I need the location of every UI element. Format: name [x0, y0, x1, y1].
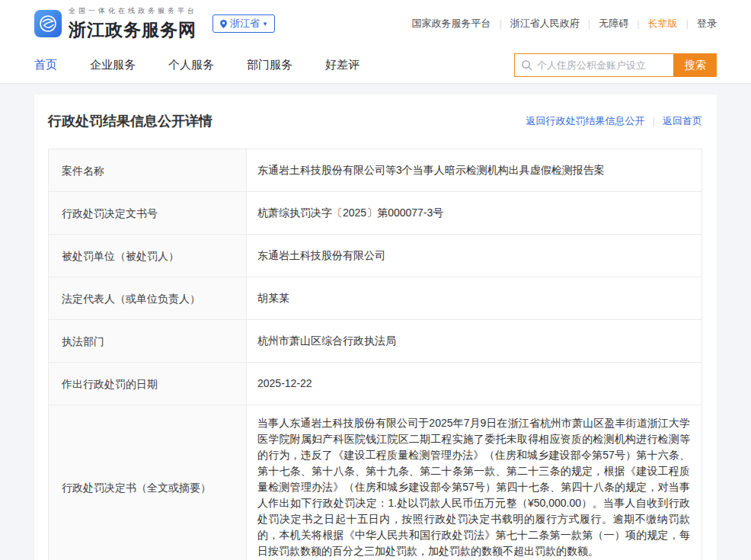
top-link-national-platform[interactable]: 国家政务服务平台	[411, 17, 491, 30]
table-row: 执法部门 杭州市萧山区综合行政执法局	[49, 320, 701, 363]
region-selector-button[interactable]: 浙江省 ▼	[213, 14, 275, 33]
field-value: 杭州市萧山区综合行政执法局	[247, 320, 701, 362]
field-value-text: 东通岩土科技股份有限公司等3个当事人暗示检测机构出具虚假检测报告案	[257, 162, 605, 178]
site-name: 浙江政务服务网	[69, 18, 197, 42]
search-input[interactable]	[537, 59, 667, 71]
caret-down-icon: ▼	[262, 21, 268, 27]
field-value-text: 杭萧综执罚决字〔2025〕第000077-3号	[257, 205, 443, 221]
page-title: 行政处罚结果信息公开详情	[48, 112, 213, 130]
nav-item-personal-services[interactable]: 个人服务	[168, 58, 214, 72]
field-value-text: 2025-12-22	[257, 376, 312, 392]
detail-table: 案件名称 东通岩土科技股份有限公司等3个当事人暗示检测机构出具虚假检测报告案 行…	[48, 149, 702, 560]
main-navbar: 首页 企业服务 个人服务 部门服务 好差评 搜索	[0, 47, 751, 84]
search-button[interactable]: 搜索	[674, 53, 717, 77]
nav-item-enterprise-services[interactable]: 企业服务	[90, 58, 136, 72]
nav-item-rating[interactable]: 好差评	[325, 58, 360, 72]
top-link-provincial-gov[interactable]: 浙江省人民政府	[491, 17, 579, 30]
platform-tagline: 全国一体化在线政务服务平台	[69, 6, 197, 16]
nav-item-home[interactable]: 首页	[34, 58, 57, 72]
field-value: 杭萧综执罚决字〔2025〕第000077-3号	[247, 192, 701, 234]
field-value: 2025-12-22	[247, 363, 701, 405]
field-label: 执法部门	[49, 320, 247, 362]
search-area: 搜索	[514, 53, 717, 77]
field-label: 法定代表人（或单位负责人）	[49, 277, 247, 319]
search-box	[514, 53, 674, 77]
field-value-text: 当事人东通岩土科技股份有限公司于2025年7月9日在浙江省杭州市萧山区盈丰街道浙…	[257, 415, 690, 559]
table-row: 被处罚单位（被处罚人） 东通岩土科技股份有限公司	[49, 235, 701, 277]
table-row: 法定代表人（或单位负责人） 胡某某	[49, 277, 701, 320]
site-logo-icon[interactable]	[34, 10, 62, 37]
table-row: 作出行政处罚的日期 2025-12-22	[49, 363, 701, 405]
table-row: 行政处罚决定书（全文或摘要） 当事人东通岩土科技股份有限公司于2025年7月9日…	[49, 405, 701, 560]
field-value-text: 东通岩土科技股份有限公司	[257, 248, 385, 264]
field-value: 当事人东通岩土科技股份有限公司于2025年7月9日在浙江省杭州市萧山区盈丰街道浙…	[247, 405, 701, 560]
nav-list: 首页 企业服务 个人服务 部门服务 好差评	[34, 58, 360, 72]
top-link-login[interactable]: 登录	[678, 17, 717, 30]
top-links: 国家政务服务平台 浙江省人民政府 无障碍 长辈版 登录	[411, 17, 717, 30]
brand-text: 全国一体化在线政务服务平台 浙江政务服务网	[69, 6, 197, 42]
search-icon	[521, 59, 532, 71]
nav-item-department-services[interactable]: 部门服务	[247, 58, 292, 72]
region-label: 浙江省	[230, 17, 260, 30]
card-header: 行政处罚结果信息公开详情 返回行政处罚结果信息公开 返回首页	[48, 112, 702, 130]
field-label: 行政处罚决定书（全文或摘要）	[49, 405, 247, 560]
top-link-elder-version[interactable]: 长辈版	[628, 17, 677, 30]
table-row: 案件名称 东通岩土科技股份有限公司等3个当事人暗示检测机构出具虚假检测报告案	[49, 149, 701, 192]
field-label: 行政处罚决定文书号	[49, 192, 247, 234]
field-value: 胡某某	[247, 277, 701, 319]
site-brand: 全国一体化在线政务服务平台 浙江政务服务网 浙江省 ▼	[34, 6, 275, 42]
field-value-text: 杭州市萧山区综合行政执法局	[257, 333, 396, 349]
field-value: 东通岩土科技股份有限公司等3个当事人暗示检测机构出具虚假检测报告案	[247, 149, 701, 191]
main-area: 行政处罚结果信息公开详情 返回行政处罚结果信息公开 返回首页 案件名称 东通岩土…	[0, 84, 751, 560]
back-links: 返回行政处罚结果信息公开 返回首页	[526, 114, 702, 128]
detail-card: 行政处罚结果信息公开详情 返回行政处罚结果信息公开 返回首页 案件名称 东通岩土…	[34, 94, 717, 560]
back-to-home-link[interactable]: 返回首页	[645, 114, 702, 128]
field-label: 作出行政处罚的日期	[49, 363, 247, 405]
field-value-text: 胡某某	[257, 290, 289, 306]
top-link-accessibility[interactable]: 无障碍	[580, 17, 628, 30]
field-label: 案件名称	[49, 149, 247, 191]
field-value: 东通岩土科技股份有限公司	[247, 235, 701, 277]
location-pin-icon	[219, 19, 228, 29]
field-label: 被处罚单位（被处罚人）	[49, 235, 247, 277]
table-row: 行政处罚决定文书号 杭萧综执罚决字〔2025〕第000077-3号	[49, 192, 701, 235]
back-to-list-link[interactable]: 返回行政处罚结果信息公开	[526, 114, 645, 128]
site-header: 全国一体化在线政务服务平台 浙江政务服务网 浙江省 ▼ 国家政务服务平台 浙江省…	[0, 0, 751, 47]
